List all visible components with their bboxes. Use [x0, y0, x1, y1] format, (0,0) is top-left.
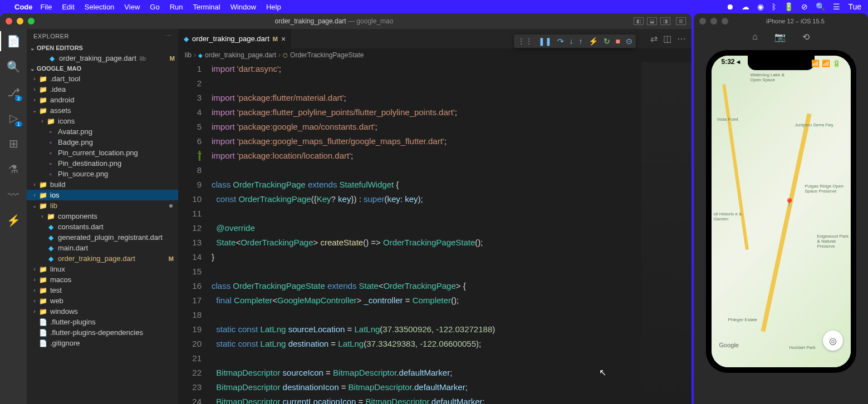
tree-item[interactable]: ◆order_traking_page.dartM	[27, 253, 178, 264]
menu-file[interactable]: File	[41, 3, 52, 11]
tree-item[interactable]: ›📁linux	[27, 264, 178, 274]
map-marker[interactable]	[784, 198, 793, 206]
tree-item[interactable]: ›📁ios	[27, 190, 178, 200]
tree-item[interactable]: ◆main.dart	[27, 243, 178, 253]
wifi-icon[interactable]: ⊘	[801, 2, 808, 11]
titlebar: order_traking_page.dart — google_mao ◧ ⬓…	[0, 13, 692, 29]
sim-close-button[interactable]	[699, 18, 706, 24]
hot-reload-icon[interactable]: ⚡	[589, 37, 598, 46]
tree-item[interactable]: ›📁macos	[27, 274, 178, 285]
tree-item[interactable]: ◆constants.dart	[27, 221, 178, 232]
tree-item[interactable]: ⌄📁lib	[27, 200, 178, 211]
menu-selection[interactable]: Selection	[85, 3, 114, 11]
menu-go[interactable]: Go	[150, 3, 159, 11]
maximize-window-button[interactable]	[28, 18, 35, 24]
rotate-icon[interactable]: ⟲	[802, 32, 810, 42]
menu-edit[interactable]: Edit	[62, 3, 74, 11]
map-label: oli Historic e & Garden	[714, 211, 753, 221]
map-view[interactable]: Waterdog Lake & Open SpaceVista PointPul…	[712, 56, 851, 367]
open-editor-item[interactable]: × ◆ order_traking_page.dart lib M	[27, 53, 178, 63]
menu-run[interactable]: Run	[170, 3, 183, 11]
tree-item[interactable]: ›📁components	[27, 211, 178, 221]
tree-item[interactable]: ▫Badge.png	[27, 137, 178, 147]
phone-screen[interactable]: 5:32 ◂ 📶📶🔋 Waterdog Lake & Open SpaceVis…	[712, 56, 851, 367]
extensions-activity[interactable]: ⊞	[6, 136, 21, 151]
tree-item[interactable]: ▫Avatar.png	[27, 126, 178, 137]
tree-item[interactable]: ›📁.dart_tool	[27, 73, 178, 84]
tree-item[interactable]: ⌄📁assets	[27, 105, 178, 116]
tree-item[interactable]: ▫Pin_source.png	[27, 169, 178, 179]
map-label: Phleger Estate	[728, 317, 757, 322]
tree-item[interactable]: ›📁test	[27, 285, 178, 295]
restart-icon[interactable]: ↻	[604, 37, 610, 46]
step-into-icon[interactable]: ↓	[570, 37, 573, 46]
menu-window[interactable]: Window	[231, 3, 256, 11]
tree-item[interactable]: ◆generated_plugin_registrant.dart	[27, 232, 178, 243]
control-center-icon[interactable]: ☰	[833, 2, 840, 11]
layout-bottom-icon[interactable]: ⬓	[647, 17, 657, 25]
home-icon[interactable]: ⌂	[752, 32, 758, 42]
minimap[interactable]	[641, 62, 692, 404]
step-out-icon[interactable]: ↑	[579, 37, 583, 46]
tree-item[interactable]: ›📁android	[27, 95, 178, 105]
open-editors-section[interactable]: ⌄OPEN EDITORS	[27, 43, 178, 53]
tree-item[interactable]: ›📁.idea	[27, 84, 178, 95]
map-label: Junipero Serra Fwy	[795, 122, 833, 127]
breadcrumb[interactable]: lib › ◆ order_traking_page.dart › ⬡ Orde…	[178, 48, 692, 62]
battery-icon[interactable]: 🔋	[784, 2, 793, 11]
flutter-activity[interactable]: 〰	[6, 187, 21, 203]
drag-grip-icon[interactable]: ⋮⋮	[517, 37, 533, 46]
search-activity[interactable]: 🔍	[6, 59, 21, 75]
layout-right-icon[interactable]: ◨	[660, 17, 670, 25]
test-activity[interactable]: ⚗	[6, 161, 21, 177]
debug-toolbar[interactable]: ⋮⋮ ❚❚ ↷ ↓ ↑ ⚡ ↻ ■ ⊙	[514, 35, 636, 48]
layout-customize-icon[interactable]: ⊞	[676, 17, 686, 25]
menu-view[interactable]: View	[124, 3, 140, 11]
compare-icon[interactable]: ⇄	[650, 33, 658, 44]
menu-help[interactable]: Help	[266, 3, 281, 11]
sidebar-more-icon[interactable]: ⋯	[165, 32, 172, 40]
clock[interactable]: Tue	[848, 2, 861, 11]
project-section[interactable]: ⌄GOOGLE_MAO	[27, 63, 178, 73]
sim-maximize-button[interactable]	[722, 18, 728, 24]
debug-activity[interactable]: ▷1	[6, 110, 21, 126]
scm-activity[interactable]: ⎇2	[6, 85, 21, 100]
tree-item[interactable]: 📄.flutter-plugins	[27, 317, 178, 327]
tree-item[interactable]: ›📁windows	[27, 306, 178, 317]
tree-item[interactable]: ›📁build	[27, 179, 178, 190]
tree-item[interactable]: ▫Pin_destination.png	[27, 158, 178, 169]
search-icon[interactable]: 🔍	[816, 2, 825, 11]
code-area[interactable]: 123456789101112131415161718192021222324 …	[178, 62, 692, 404]
stop-icon[interactable]: ■	[616, 37, 620, 46]
sim-titlebar: iPhone 12 – iOS 15.5	[694, 13, 868, 29]
layout-left-icon[interactable]: ◧	[634, 17, 644, 25]
cloud-icon[interactable]: ☁	[742, 2, 749, 11]
close-tab-icon[interactable]: ×	[281, 35, 286, 43]
my-location-button[interactable]: ◎	[823, 331, 843, 351]
window-title: order_traking_page.dart — google_mao	[35, 17, 634, 25]
bluetooth-icon[interactable]: ᛒ	[772, 2, 776, 11]
explorer-activity[interactable]: 📄	[6, 33, 21, 49]
status-icon[interactable]: ◉	[757, 2, 764, 11]
inspect-icon[interactable]: ⊙	[626, 37, 632, 46]
tree-item[interactable]: ▫Pin_current_location.png	[27, 147, 178, 158]
app-name[interactable]: Code	[14, 3, 33, 11]
power-activity[interactable]: ⚡	[6, 213, 21, 228]
more-icon[interactable]: ⋯	[677, 33, 686, 44]
editor: ◆ order_traking_page.dart M × ⇄ ◫ ⋯ lib …	[178, 29, 692, 404]
record-icon[interactable]: ⏺	[726, 2, 734, 11]
close-window-button[interactable]	[6, 18, 12, 24]
tree-item[interactable]: ›📁icons	[27, 116, 178, 126]
tab-file[interactable]: ◆ order_traking_page.dart M ×	[178, 29, 292, 48]
pause-icon[interactable]: ❚❚	[538, 37, 552, 46]
minimize-window-button[interactable]	[17, 18, 23, 24]
google-logo: Google	[719, 342, 739, 348]
tree-item[interactable]: 📄.flutter-plugins-dependencies	[27, 327, 178, 338]
screenshot-icon[interactable]: 📷	[774, 32, 786, 42]
tree-item[interactable]: 📄.gitignore	[27, 338, 178, 348]
step-over-icon[interactable]: ↷	[557, 37, 564, 46]
sim-minimize-button[interactable]	[710, 18, 717, 24]
tree-item[interactable]: ›📁web	[27, 295, 178, 306]
split-icon[interactable]: ◫	[663, 33, 671, 44]
menu-terminal[interactable]: Terminal	[193, 3, 220, 11]
